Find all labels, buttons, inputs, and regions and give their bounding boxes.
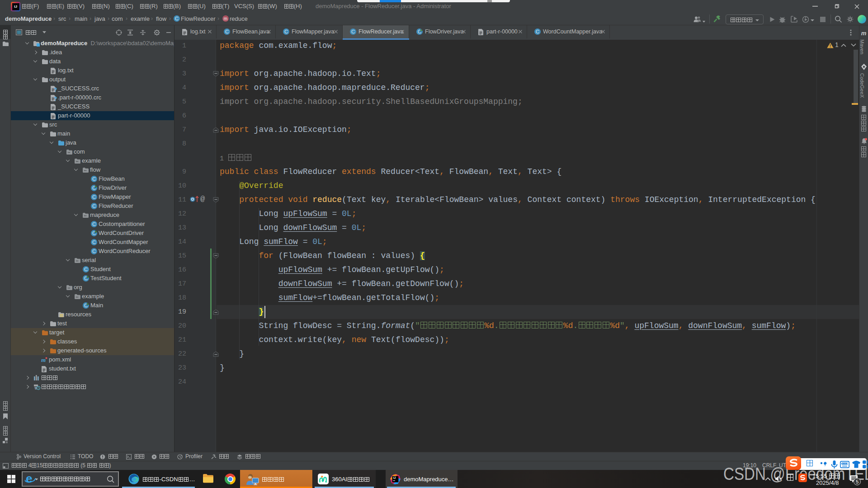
svg-text:m: m [224, 16, 227, 21]
svg-text:?: ? [54, 87, 57, 92]
svg-text:m: m [41, 357, 46, 363]
svg-text:e: e [26, 473, 32, 485]
svg-text:IJ: IJ [393, 476, 396, 479]
svg-text:?: ? [54, 96, 57, 101]
